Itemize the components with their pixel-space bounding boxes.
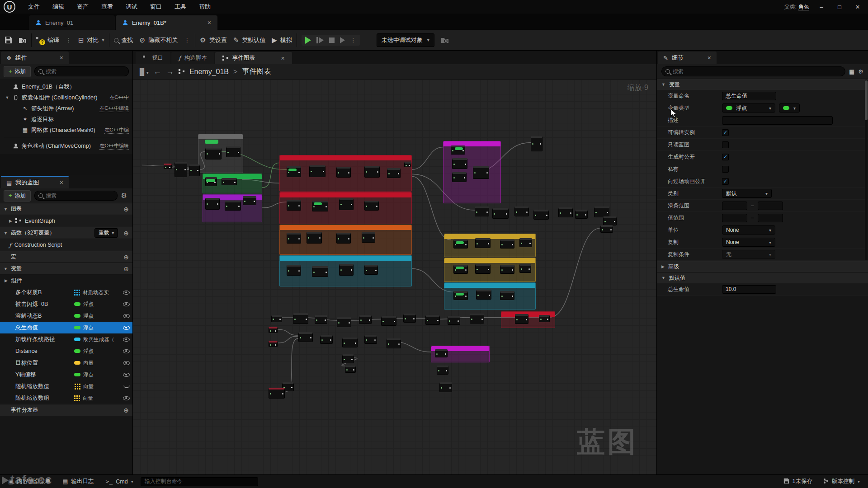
range-min-input[interactable]: [722, 214, 747, 222]
eject-button[interactable]: [340, 37, 345, 43]
unsaved-button[interactable]: 1未保存: [779, 478, 817, 485]
comment-box-header[interactable]: [280, 256, 411, 261]
add-macro-icon[interactable]: ⊕: [123, 253, 129, 261]
checkbox[interactable]: [722, 166, 729, 173]
add-component-button[interactable]: +添加: [4, 66, 31, 77]
browse-debug-button[interactable]: [441, 37, 449, 44]
property-dropdown[interactable]: None▾: [722, 238, 775, 247]
menu-item-资产[interactable]: 资产: [71, 0, 95, 14]
eventgraph-item[interactable]: ▶ EventGraph: [0, 215, 132, 227]
minimize-button[interactable]: –: [816, 4, 827, 10]
close-icon[interactable]: ×: [708, 54, 711, 61]
graph-pill-node-6[interactable]: [456, 267, 464, 269]
tab-my-blueprint[interactable]: ▤ 我的蓝图 ×: [1, 176, 69, 188]
details-scrollbar[interactable]: [865, 80, 868, 260]
graph-pill-node-7[interactable]: [456, 293, 464, 296]
property-text-input[interactable]: [722, 116, 833, 125]
property-dropdown[interactable]: 默认▾: [722, 189, 772, 198]
edit-in-cpp-link[interactable]: 在C++中编: [104, 127, 129, 134]
graph-pill-node-0[interactable]: [205, 140, 218, 144]
play-options-kebab[interactable]: ⋮: [350, 37, 357, 43]
graph-node-8[interactable]: [225, 201, 241, 211]
details-section-variable[interactable]: ▼变量: [657, 79, 868, 90]
comment-box-header[interactable]: [198, 134, 243, 139]
graph-node-70[interactable]: [364, 335, 377, 344]
eye-icon[interactable]: [123, 349, 130, 353]
close-icon[interactable]: ×: [208, 19, 211, 26]
gear-icon[interactable]: ⚙: [121, 192, 129, 200]
section-macros[interactable]: 宏 ⊕: [0, 251, 132, 263]
variable-row-3[interactable]: 总生命值浮点: [0, 322, 132, 333]
graph-node-22[interactable]: [336, 233, 351, 244]
eye-closed-icon[interactable]: [123, 385, 130, 388]
graph-node-61[interactable]: [448, 316, 460, 325]
graph-node-38[interactable]: [575, 210, 588, 219]
graph-node-51[interactable]: [476, 290, 491, 300]
graph-node-33[interactable]: [475, 206, 489, 216]
component-item-3[interactable]: ✶追逐目标: [0, 114, 132, 125]
debug-object-dropdown[interactable]: 未选中调试对象▾: [377, 33, 434, 47]
checkbox[interactable]: [722, 141, 729, 148]
variable-row-6[interactable]: 目标位置向量: [0, 357, 132, 369]
graph-node-2[interactable]: [189, 164, 200, 176]
graph-node-34[interactable]: [492, 208, 509, 219]
edit-in-cpp-link[interactable]: 在C++中编辑: [99, 142, 129, 150]
property-text-input[interactable]: 总生命值: [722, 92, 776, 100]
checkbox[interactable]: ✓: [722, 178, 729, 185]
comment-box-header[interactable]: [444, 258, 535, 263]
section-graphs[interactable]: ▼图表 ⊕: [0, 203, 132, 215]
my-blueprint-search-input[interactable]: 搜索: [34, 191, 117, 201]
graph-node-7[interactable]: [205, 198, 220, 210]
checkbox[interactable]: ✓: [722, 129, 729, 136]
add-graph-icon[interactable]: ⊕: [123, 206, 129, 213]
details-section-advanced[interactable]: ▶高级: [657, 261, 868, 272]
asset-tab-enemy_01b-[interactable]: Enemy_01B*×: [116, 15, 217, 30]
section-functions[interactable]: ▼函数（32可覆盖） 重载▾ ⊕: [0, 227, 132, 239]
component-item-2[interactable]: ↖箭头组件 (Arrow)在C++中编辑: [0, 103, 132, 114]
graph-node-75[interactable]: [437, 366, 448, 375]
graph-node-65[interactable]: [269, 327, 278, 333]
simulate-button[interactable]: ▶模拟: [272, 36, 292, 44]
revision-control-button[interactable]: 版本控制▾: [819, 478, 864, 485]
menu-item-查看[interactable]: 查看: [95, 0, 119, 14]
graph-node-69[interactable]: [342, 338, 358, 347]
comment-box-header[interactable]: [280, 192, 411, 197]
graph-node-15[interactable]: [404, 162, 411, 167]
variable-row-8[interactable]: 随机缩放数值向量: [0, 380, 132, 392]
console-command-input[interactable]: 输入控制台命令: [141, 477, 258, 486]
graph-node-19[interactable]: [364, 201, 379, 211]
eye-icon[interactable]: [123, 361, 130, 365]
add-dispatcher-icon[interactable]: ⊕: [123, 407, 129, 414]
graph-node-30[interactable]: [452, 172, 467, 182]
range-max-input[interactable]: [758, 202, 783, 210]
graph-node-0[interactable]: [164, 164, 172, 169]
graph-pill-node-1[interactable]: [206, 179, 215, 182]
graph-node-10[interactable]: [287, 166, 301, 177]
add-function-icon[interactable]: ⊕: [123, 230, 129, 237]
frame-skip-button[interactable]: [316, 37, 324, 43]
graph-node-27[interactable]: [364, 265, 378, 275]
checkbox[interactable]: ✓: [722, 154, 729, 160]
container-type-dropdown[interactable]: ▾: [779, 103, 800, 113]
component-item-0[interactable]: Enemy_01B（自我）: [0, 81, 132, 92]
close-icon[interactable]: ×: [60, 54, 63, 61]
graph-node-40[interactable]: [603, 216, 617, 225]
class-defaults-button[interactable]: ✎类默认值: [233, 36, 266, 44]
close-button[interactable]: ✕: [852, 4, 863, 10]
expander-icon[interactable]: ▼: [5, 95, 10, 100]
graph-node-39[interactable]: [594, 206, 609, 217]
find-button[interactable]: 查找: [114, 36, 133, 44]
add-blueprint-item-button[interactable]: +添加: [4, 190, 31, 202]
property-dropdown[interactable]: None▾: [722, 225, 775, 235]
graph-node-11[interactable]: [309, 165, 326, 177]
section-event-dispatchers[interactable]: 事件分发器 ⊕: [0, 404, 132, 416]
graph-node-49[interactable]: [519, 264, 531, 273]
graph-node-4[interactable]: [226, 146, 241, 157]
graph-node-16[interactable]: [287, 200, 301, 211]
hide-unrelated-button[interactable]: ⊘隐藏不相关: [140, 36, 178, 44]
content-drawer-button[interactable]: ▣内容侧滑菜单: [4, 475, 55, 488]
variable-row-4[interactable]: 加载样条线路径敌兵生成器（: [0, 333, 132, 345]
comment-box-header[interactable]: [444, 283, 535, 288]
parent-class-link[interactable]: 角色: [798, 4, 809, 10]
graph-node-46[interactable]: [453, 265, 468, 274]
